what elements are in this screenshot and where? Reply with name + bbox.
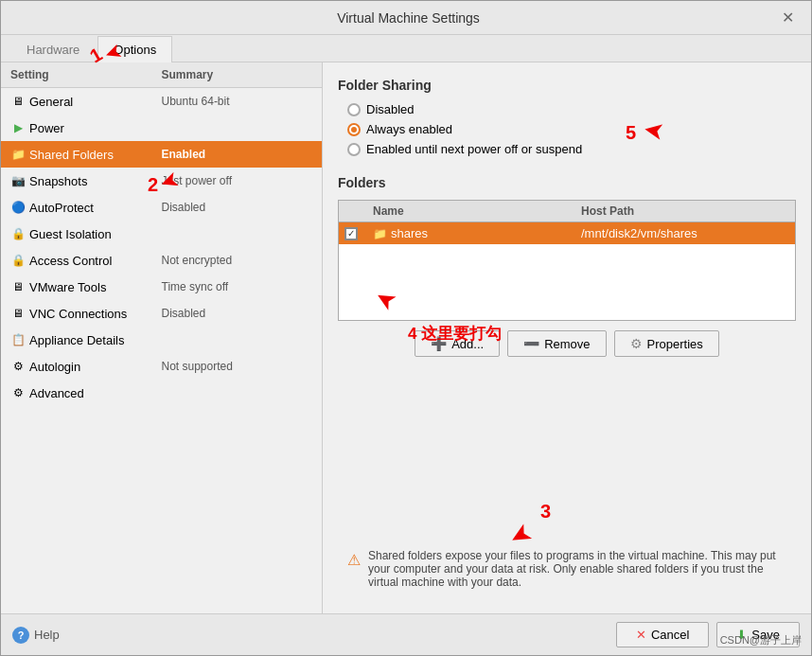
folder-sharing-options: Disabled Always enabled Enabled until ne… bbox=[338, 102, 796, 156]
setting-item-shared-folders[interactable]: 📁 Shared Folders Enabled bbox=[1, 141, 322, 168]
properties-button[interactable]: ⚙ Properties bbox=[614, 330, 719, 357]
advanced-icon: ⚙ bbox=[10, 385, 26, 400]
left-panel: Setting Summary 🖥 General Ubuntu 64-bit … bbox=[1, 62, 323, 613]
warning-text: Shared folders expose your files to prog… bbox=[368, 549, 786, 589]
folders-table: Name Host Path 📁 shares /mnt/disk2/vm/sh… bbox=[338, 200, 796, 321]
shared-folders-icon: 📁 bbox=[10, 147, 26, 162]
folders-table-header: Name Host Path bbox=[339, 201, 795, 222]
radio-always-enabled[interactable]: Always enabled bbox=[347, 122, 796, 136]
folder-enabled-checkbox[interactable] bbox=[344, 227, 358, 240]
tabs-bar: Hardware Options bbox=[1, 35, 811, 62]
folders-section: Folders Name Host Path 📁 shares /mnt/dis… bbox=[338, 171, 796, 357]
col-host-path: Host Path bbox=[581, 204, 789, 218]
radio-circle-disabled bbox=[347, 103, 361, 116]
setting-item-vmware-tools[interactable]: 🖥 VMware Tools Time sync off bbox=[1, 274, 322, 300]
tab-hardware[interactable]: Hardware bbox=[10, 36, 96, 62]
help-button[interactable]: ? Help bbox=[12, 627, 60, 644]
vmware-tools-icon: 🖥 bbox=[10, 279, 26, 294]
access-control-icon: 🔒 bbox=[10, 253, 26, 268]
setting-item-appliance-details[interactable]: 📋 Appliance Details bbox=[1, 327, 322, 353]
tab-options[interactable]: Options bbox=[97, 36, 172, 62]
power-icon: ▶ bbox=[10, 120, 26, 135]
radio-circle-always-enabled bbox=[347, 123, 361, 136]
help-icon: ? bbox=[12, 627, 29, 644]
warning-icon: ⚠ bbox=[347, 551, 361, 569]
setting-item-autoprotect[interactable]: 🔵 AutoProtect Disabled bbox=[1, 194, 322, 221]
col-summary: Summary bbox=[162, 68, 313, 81]
setting-item-advanced[interactable]: ⚙ Advanced bbox=[1, 380, 322, 406]
setting-item-snapshots[interactable]: 📷 Snapshots Just power off bbox=[1, 168, 322, 194]
remove-icon: ➖ bbox=[523, 336, 539, 351]
table-row[interactable]: 📁 shares /mnt/disk2/vm/shares bbox=[339, 222, 795, 244]
warning-box: ⚠ Shared folders expose your files to pr… bbox=[338, 540, 796, 598]
setting-item-autologin[interactable]: ⚙ Autologin Not supported bbox=[1, 353, 322, 380]
properties-icon: ⚙ bbox=[630, 336, 643, 351]
guest-isolation-icon: 🔒 bbox=[10, 226, 26, 241]
setting-item-access-control[interactable]: 🔒 Access Control Not encrypted bbox=[1, 247, 322, 274]
close-button[interactable]: ✕ bbox=[776, 7, 800, 28]
cancel-icon: ✕ bbox=[636, 628, 646, 642]
setting-item-vnc-connections[interactable]: 🖥 VNC Connections Disabled bbox=[1, 300, 322, 327]
snapshots-icon: 📷 bbox=[10, 173, 26, 188]
watermark-text: CSDN@游子上岸 bbox=[720, 633, 802, 647]
settings-header: Setting Summary bbox=[1, 62, 322, 88]
setting-item-power[interactable]: ▶ Power bbox=[1, 115, 322, 141]
radio-disabled[interactable]: Disabled bbox=[347, 102, 796, 116]
add-button[interactable]: ➕ Add... bbox=[415, 330, 500, 357]
cancel-button[interactable]: ✕ Cancel bbox=[616, 622, 709, 647]
add-icon: ➕ bbox=[431, 336, 447, 351]
remove-button[interactable]: ➖ Remove bbox=[507, 330, 606, 357]
col-setting: Setting bbox=[10, 68, 162, 81]
folder-action-buttons: ➕ Add... ➖ Remove ⚙ Properties bbox=[338, 330, 796, 357]
folder-sharing-title: Folder Sharing bbox=[338, 78, 796, 93]
watermark: CSDN@游子上岸 bbox=[720, 633, 802, 647]
title-bar: Virtual Machine Settings ✕ bbox=[1, 1, 811, 35]
col-name: Name bbox=[373, 204, 581, 218]
settings-list: 🖥 General Ubuntu 64-bit ▶ Power bbox=[1, 88, 322, 613]
right-panel: Folder Sharing Disabled Always enabled E… bbox=[323, 62, 811, 613]
folder-row-icon: 📁 bbox=[373, 227, 387, 240]
folders-title: Folders bbox=[338, 175, 796, 190]
autologin-icon: ⚙ bbox=[10, 359, 26, 374]
vnc-icon: 🖥 bbox=[10, 306, 26, 321]
virtual-machine-settings-dialog: Virtual Machine Settings ✕ Hardware Opti… bbox=[0, 0, 812, 656]
radio-circle-enabled-until bbox=[347, 143, 361, 156]
content-area: Setting Summary 🖥 General Ubuntu 64-bit … bbox=[1, 62, 811, 613]
autoprotect-icon: 🔵 bbox=[10, 200, 26, 215]
appliance-icon: 📋 bbox=[10, 332, 26, 347]
setting-item-guest-isolation[interactable]: 🔒 Guest Isolation bbox=[1, 221, 322, 247]
dialog-title: Virtual Machine Settings bbox=[41, 10, 776, 26]
radio-enabled-until[interactable]: Enabled until next power off or suspend bbox=[347, 142, 796, 156]
folders-table-empty-area bbox=[339, 244, 795, 320]
setting-item-general[interactable]: 🖥 General Ubuntu 64-bit bbox=[1, 88, 322, 115]
general-icon: 🖥 bbox=[10, 94, 26, 109]
bottom-bar: ? Help ✕ Cancel ⬇ Save bbox=[1, 613, 811, 655]
